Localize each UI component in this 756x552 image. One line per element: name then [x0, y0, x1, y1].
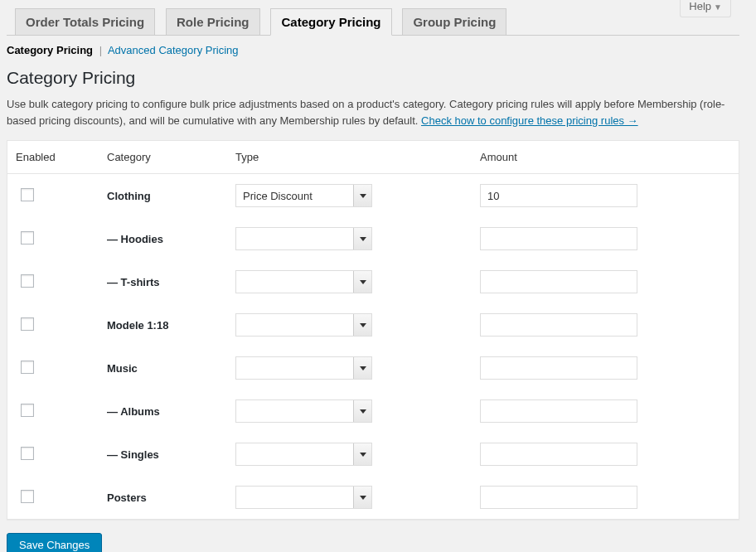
help-link[interactable]: Check how to configure these pricing rul… — [421, 114, 638, 127]
table-row: Posters — [7, 476, 739, 519]
type-select[interactable] — [235, 486, 372, 509]
tab-role-pricing[interactable]: Role Pricing — [166, 8, 260, 35]
enabled-checkbox[interactable] — [21, 231, 34, 245]
category-label: Music — [99, 346, 227, 390]
type-select-value[interactable] — [235, 443, 372, 466]
type-select-value[interactable] — [235, 313, 372, 337]
help-tab[interactable]: Help▼ — [680, 0, 731, 17]
nav-tab-wrapper: Order Totals Pricing Role Pricing Catego… — [7, 0, 739, 36]
section-description: Use bulk category pricing to configure b… — [7, 96, 736, 128]
table-row: — Albums — [7, 390, 739, 433]
amount-input[interactable] — [480, 399, 637, 423]
dropdown-arrow-icon[interactable] — [353, 314, 371, 336]
help-label: Help — [689, 0, 711, 12]
tab-order-totals-pricing[interactable]: Order Totals Pricing — [15, 8, 155, 35]
category-label: — T-shirts — [99, 260, 227, 303]
amount-input[interactable] — [480, 356, 637, 380]
enabled-checkbox[interactable] — [21, 188, 34, 201]
sub-tabs: Category Pricing | Advanced Category Pri… — [7, 44, 739, 56]
amount-input[interactable] — [480, 443, 637, 466]
enabled-checkbox[interactable] — [21, 361, 34, 374]
save-button[interactable]: Save Changes — [7, 533, 102, 552]
type-select-value[interactable] — [235, 399, 372, 423]
tab-group-pricing[interactable]: Group Pricing — [402, 8, 506, 35]
category-label: — Albums — [99, 390, 227, 433]
enabled-checkbox[interactable] — [21, 447, 34, 460]
dropdown-arrow-icon[interactable] — [353, 400, 371, 422]
table-row: — Hoodies — [7, 217, 739, 260]
th-enabled: Enabled — [7, 141, 99, 174]
type-select[interactable] — [235, 443, 372, 466]
type-select[interactable] — [235, 313, 372, 337]
enabled-checkbox[interactable] — [21, 317, 34, 331]
type-select-value[interactable] — [235, 184, 372, 207]
subtab-advanced-category-pricing[interactable]: Advanced Category Pricing — [108, 44, 239, 56]
th-category: Category — [99, 141, 227, 174]
tab-category-pricing[interactable]: Category Pricing — [270, 8, 391, 36]
separator: | — [96, 44, 105, 56]
amount-input[interactable] — [480, 227, 637, 250]
category-label: — Hoodies — [99, 217, 227, 260]
dropdown-arrow-icon[interactable] — [353, 185, 371, 206]
category-pricing-table: Enabled Category Type Amount Clothing— H… — [7, 140, 739, 520]
table-row: — Singles — [7, 433, 739, 476]
th-amount: Amount — [472, 141, 739, 174]
amount-input[interactable] — [480, 486, 637, 509]
type-select[interactable] — [235, 227, 372, 250]
section-title: Category Pricing — [7, 68, 739, 88]
type-select-value[interactable] — [235, 270, 372, 293]
amount-input[interactable] — [480, 184, 637, 207]
dropdown-arrow-icon[interactable] — [353, 228, 371, 249]
type-select[interactable] — [235, 184, 372, 207]
th-type: Type — [227, 141, 472, 174]
enabled-checkbox[interactable] — [21, 490, 34, 503]
type-select[interactable] — [235, 356, 372, 380]
table-row: Modele 1:18 — [7, 303, 739, 346]
type-select[interactable] — [235, 270, 372, 293]
type-select[interactable] — [235, 399, 372, 423]
category-label: Clothing — [99, 174, 227, 217]
subtab-category-pricing[interactable]: Category Pricing — [7, 44, 93, 56]
dropdown-arrow-icon[interactable] — [353, 357, 371, 379]
category-label: Posters — [99, 476, 227, 519]
table-row: Clothing — [7, 174, 739, 217]
table-row: — T-shirts — [7, 260, 739, 303]
category-label: — Singles — [99, 433, 227, 476]
type-select-value[interactable] — [235, 486, 372, 509]
dropdown-arrow-icon[interactable] — [353, 443, 371, 465]
amount-input[interactable] — [480, 270, 637, 293]
type-select-value[interactable] — [235, 356, 372, 380]
amount-input[interactable] — [480, 313, 637, 337]
enabled-checkbox[interactable] — [21, 404, 34, 417]
table-row: Music — [7, 346, 739, 390]
category-label: Modele 1:18 — [99, 303, 227, 346]
type-select-value[interactable] — [235, 227, 372, 250]
dropdown-arrow-icon[interactable] — [353, 271, 371, 293]
dropdown-arrow-icon[interactable] — [353, 487, 371, 508]
chevron-down-icon: ▼ — [714, 2, 722, 12]
enabled-checkbox[interactable] — [21, 274, 34, 288]
